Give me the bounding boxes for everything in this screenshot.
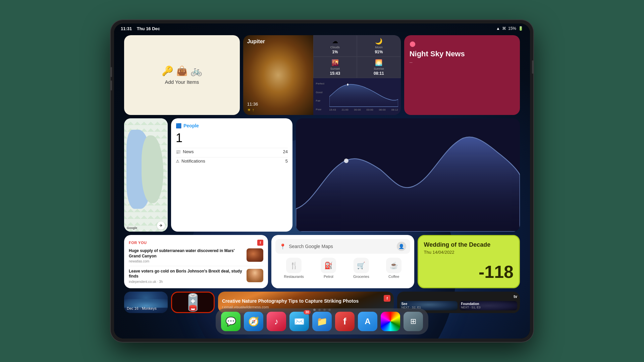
wifi-icon2: ⌘ — [502, 26, 506, 31]
messages-icon: 💬 — [225, 316, 236, 327]
maps-restaurants[interactable]: 🍴 Restaurants — [284, 258, 304, 279]
widget-add-items[interactable]: 🔑 👜 🚲 Add Your Items — [124, 35, 240, 115]
people-header: 🟦 People — [176, 123, 288, 128]
sun-icon: ☀ — [247, 108, 251, 112]
moon-value: 91% — [375, 50, 383, 54]
dock-screen-control[interactable]: ⊞ — [404, 312, 423, 331]
power-button[interactable] — [532, 60, 533, 74]
safari-icon: 🧭 — [248, 316, 259, 327]
widgets-area: 🔑 👜 🚲 Add Your Items Jupiter ☀ ↑ — [124, 35, 520, 305]
graph-area: 15:43 21:00 00:00 03:00 06:00 08:12 — [329, 79, 398, 114]
news-header: FOR YOU f — [129, 240, 263, 246]
maps-coffee[interactable]: ☕ Coffee — [386, 258, 401, 279]
widget-sleep-graph[interactable] — [296, 118, 520, 232]
calendar-date: Thu 14/04/2022 — [424, 250, 514, 255]
photo-label: Dec 16 - Monkeys — [124, 304, 168, 313]
ipad-screen: 11:31 Thu 16 Dec ▲ ⌘ 15% 🔋 🔑 👜 — [114, 23, 530, 339]
sunrise-cell: 🌅 Sunrise 08:11 — [357, 57, 401, 78]
jupiter-time: 11:36 — [247, 102, 258, 107]
clouds-value: 1% — [332, 50, 338, 54]
clouds-icon: ☁ — [332, 38, 338, 45]
appstore-icon: A — [365, 317, 370, 326]
sunset-icon: 🌇 — [331, 59, 339, 66]
battery-icon: 🔋 — [518, 26, 523, 31]
dock-files[interactable]: 📁 — [312, 312, 332, 331]
maps-user-avatar: 👤 — [397, 242, 406, 251]
article2-source: independent.co.uk · 3h — [129, 280, 243, 284]
dock-messages[interactable]: 💬 — [221, 312, 240, 331]
dock-safari[interactable]: 🧭 — [244, 312, 263, 331]
petrol-icon: ⛽ — [321, 258, 336, 273]
dock-colors[interactable] — [381, 312, 400, 331]
widget-night-sky[interactable]: ⬤ Night Sky News -- — [404, 35, 520, 115]
sunset-cell: 🌇 Sunset 15:43 — [313, 57, 357, 78]
flipboard-dock-icon: f — [343, 316, 346, 327]
add-items-label: Add Your Items — [165, 79, 199, 85]
for-you-label: FOR YOU — [129, 241, 147, 245]
key-icon: 🔑 — [162, 65, 173, 76]
people-app-icon: 🟦 — [176, 123, 181, 128]
nature-text: Creative Nature Photography Tips to Capt… — [222, 298, 390, 309]
widget-map[interactable]: Google ✈ — [124, 118, 168, 232]
sleep-graph — [296, 118, 520, 232]
dock-flipboard[interactable]: f — [335, 312, 355, 331]
article2-headline: Leave voters go cold on Boris Johnson's … — [129, 269, 243, 279]
graph-y-axis: Perfect Good Fair Poor — [316, 79, 328, 114]
article1-source: newatlas.com — [129, 259, 243, 263]
maps-petrol[interactable]: ⛽ Petrol — [321, 258, 336, 279]
article2-thumbnail — [247, 269, 263, 282]
low-battery-icon: 🪫 — [182, 293, 203, 312]
widgets-row-2: Google ✈ 🟦 People 1 📰 News — [124, 118, 520, 232]
moon-icon: 🌙 — [375, 38, 382, 45]
appletv-logo: tv — [514, 294, 517, 299]
night-sky-sub: -- — [410, 60, 515, 65]
jupiter-sun-cells: 🌇 Sunset 15:43 🌅 Sunrise 08:11 — [313, 57, 401, 78]
widgets-row-1: 🔑 👜 🚲 Add Your Items Jupiter ☀ ↑ — [124, 35, 520, 115]
calendar-title: Wedding of the Decade — [424, 241, 514, 248]
article2-text: Leave voters go cold on Boris Johnson's … — [129, 269, 243, 284]
widget-battery[interactable]: 🪫 — [171, 292, 215, 313]
google-label: Google — [127, 226, 137, 230]
coffee-label: Coffee — [388, 275, 399, 279]
widget-news[interactable]: FOR YOU f Huge supply of subterranean wa… — [124, 235, 268, 288]
widgets-row-3: FOR YOU f Huge supply of subterranean wa… — [124, 235, 520, 288]
status-time-date: 11:31 Thu 16 Dec — [121, 26, 160, 31]
maps-search-bar[interactable]: 📍 Search Google Maps 👤 — [275, 239, 410, 254]
dock-music[interactable]: ♪ — [267, 312, 286, 331]
people-notifications-item: ⚠ Notifications 5 — [176, 157, 288, 165]
calendar-count: -118 — [424, 262, 514, 282]
notif-label: Notifications — [181, 159, 205, 164]
volume-down-button[interactable] — [111, 80, 112, 90]
show-foundation-title: Foundation — [461, 302, 516, 306]
sunset-label: Sunset — [330, 67, 340, 70]
ipad-frame: 11:31 Thu 16 Dec ▲ ⌘ 15% 🔋 🔑 👜 — [111, 20, 533, 342]
jupiter-direction: ↑ — [252, 108, 254, 112]
svg-point-0 — [347, 83, 348, 85]
dock-appstore[interactable]: A — [358, 312, 377, 331]
dock: 💬 🧭 ♪ ✉️ 30 📁 f A ⊞ — [216, 308, 428, 335]
groceries-label: Groceries — [353, 275, 369, 279]
widget-jupiter[interactable]: Jupiter ☀ ↑ 11:36 ☁ Clouds 1% — [243, 35, 401, 115]
widget-people[interactable]: 🟦 People 1 📰 News 24 ⚠ No — [171, 118, 292, 232]
dock-mail[interactable]: ✉️ 30 — [289, 312, 309, 331]
news-article-2[interactable]: Leave voters go cold on Boris Johnson's … — [129, 269, 263, 284]
maps-groceries[interactable]: 🛒 Groceries — [353, 258, 369, 279]
battery-text: 15% — [508, 26, 516, 31]
news-count: 24 — [283, 149, 288, 154]
screen-control-icon: ⊞ — [410, 317, 416, 326]
news-article-1[interactable]: Huge supply of subterranean water discov… — [129, 248, 263, 263]
show-foundation[interactable]: Foundation NEXT · S1, E3 — [460, 301, 517, 310]
notif-icon: ⚠ — [176, 159, 179, 164]
night-sky-title: Night Sky News — [410, 50, 515, 58]
calendar-top: Wedding of the Decade Thu 14/04/2022 — [424, 241, 514, 255]
wifi-icon: ▲ — [496, 26, 500, 31]
graph-svg — [329, 79, 398, 107]
jupiter-graph: Perfect Good Fair Poor — [313, 78, 401, 115]
flipboard-logo: f — [257, 240, 263, 246]
volume-up-button[interactable] — [111, 67, 112, 77]
widget-photo[interactable]: Dec 16 - Monkeys — [124, 292, 168, 313]
widget-calendar[interactable]: Wedding of the Decade Thu 14/04/2022 -11… — [418, 235, 520, 288]
jupiter-weather-cells: ☁ Clouds 1% 🌙 Moon 91% — [313, 35, 401, 57]
widget-google-maps[interactable]: 📍 Search Google Maps 👤 🍴 Restaurants ⛽ P… — [271, 235, 414, 288]
appletv-header: tv — [400, 294, 517, 299]
